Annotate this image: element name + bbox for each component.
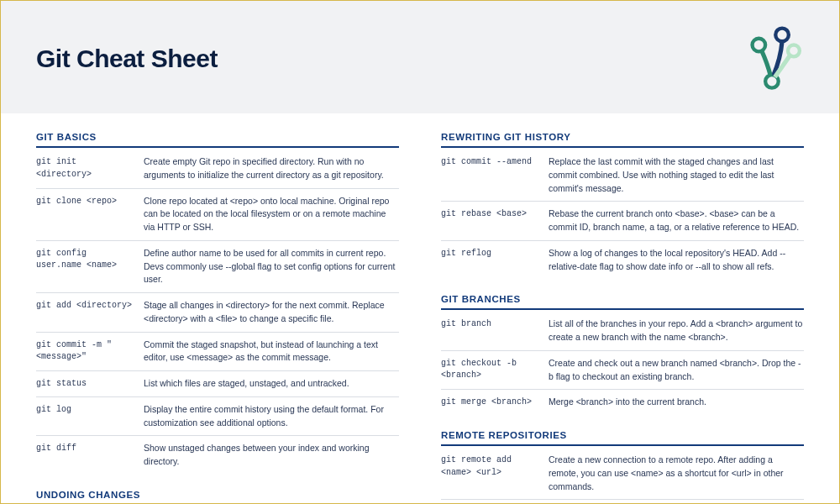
command-row: git logDisplay the entire commit history… xyxy=(36,397,399,437)
svg-point-0 xyxy=(775,29,789,42)
command-text: git remote add <name> <url> xyxy=(441,454,540,493)
command-description: Show unstaged changes between your index… xyxy=(144,442,399,469)
command-description: Show a log of changes to the local repos… xyxy=(549,247,804,274)
section: GIT BASICSgit init <directory>Create emp… xyxy=(36,132,399,475)
command-description: Display the entire commit history using … xyxy=(144,403,399,430)
section: REWRITING GIT HISTORYgit commit --amendR… xyxy=(441,132,804,279)
section: UNDOING CHANGESgit revert <commit>Create… xyxy=(36,490,399,503)
section-title: GIT BASICS xyxy=(36,132,399,148)
page-title: Git Cheat Sheet xyxy=(36,45,218,73)
command-description: List all of the branches in your repo. A… xyxy=(549,318,804,344)
git-branch-logo xyxy=(728,26,804,92)
section-title: REMOTE REPOSITORIES xyxy=(441,430,804,446)
command-description: Replace the last commit with the staged … xyxy=(549,155,804,195)
command-row: git commit --amendReplace the last commi… xyxy=(441,150,804,202)
command-row: git remote add <name> <url>Create a new … xyxy=(441,448,804,500)
command-text: git branch xyxy=(441,318,540,344)
command-description: Merge <branch> into the current branch. xyxy=(549,396,804,409)
command-description: Commit the staged snapshot, but instead … xyxy=(144,339,399,365)
command-text: git commit -m "<message>" xyxy=(36,339,135,365)
command-row: git fetch <remote> <branch>Fetches a spe… xyxy=(441,500,804,503)
command-row: git init <directory>Create empty Git rep… xyxy=(36,150,399,189)
command-row: git rebase <base>Rebase the current bran… xyxy=(441,202,804,241)
command-description: Clone repo located at <repo> onto local … xyxy=(144,195,399,234)
command-description: Rebase the current branch onto <base>. <… xyxy=(549,207,804,234)
command-row: git reflogShow a log of changes to the l… xyxy=(441,241,804,280)
command-text: git checkout -b <branch> xyxy=(441,357,540,384)
right-column: REWRITING GIT HISTORYgit commit --amendR… xyxy=(441,132,804,503)
command-text: git status xyxy=(36,377,135,391)
content-area: GIT BASICSgit init <directory>Create emp… xyxy=(1,113,839,503)
command-row: git merge <branch>Merge <branch> into th… xyxy=(441,390,804,415)
command-text: git log xyxy=(36,403,135,430)
command-text: git add <directory> xyxy=(36,299,135,326)
cheat-sheet-page: Git Cheat Sheet GIT BASICSgit init <dire… xyxy=(0,0,840,504)
left-column: GIT BASICSgit init <directory>Create emp… xyxy=(36,132,399,503)
command-text: git init <directory> xyxy=(36,155,135,182)
command-text: git reflog xyxy=(441,247,540,274)
command-row: git checkout -b <branch>Create and check… xyxy=(441,351,804,391)
section-title: GIT BRANCHES xyxy=(441,294,804,310)
command-description: Define author name to be used for all co… xyxy=(144,247,399,286)
svg-point-2 xyxy=(753,39,766,52)
command-description: Stage all changes in <directory> for the… xyxy=(144,299,399,326)
section: GIT BRANCHESgit branchList all of the br… xyxy=(441,294,804,415)
command-description: Create empty Git repo in specified direc… xyxy=(144,155,399,182)
header: Git Cheat Sheet xyxy=(1,1,839,113)
command-row: git branchList all of the branches in yo… xyxy=(441,312,804,351)
section: REMOTE REPOSITORIESgit remote add <name>… xyxy=(441,430,804,503)
command-text: git commit --amend xyxy=(441,155,540,195)
command-row: git clone <repo>Clone repo located at <r… xyxy=(36,189,399,241)
command-row: git commit -m "<message>"Commit the stag… xyxy=(36,333,399,372)
command-row: git config user.name <name>Define author… xyxy=(36,241,399,293)
section-title: REWRITING GIT HISTORY xyxy=(441,132,804,148)
command-text: git clone <repo> xyxy=(36,195,135,234)
command-text: git config user.name <name> xyxy=(36,247,135,286)
command-row: git add <directory>Stage all changes in … xyxy=(36,293,399,333)
command-row: git statusList which files are staged, u… xyxy=(36,371,399,397)
command-text: git merge <branch> xyxy=(441,396,540,409)
command-description: Create and check out a new branch named … xyxy=(549,357,804,384)
command-description: Create a new connection to a remote repo… xyxy=(549,454,804,493)
command-row: git diffShow unstaged changes between yo… xyxy=(36,436,399,475)
command-description: List which files are staged, unstaged, a… xyxy=(144,377,399,391)
command-text: git rebase <base> xyxy=(441,207,540,234)
section-title: UNDOING CHANGES xyxy=(36,490,399,503)
command-text: git diff xyxy=(36,442,135,469)
